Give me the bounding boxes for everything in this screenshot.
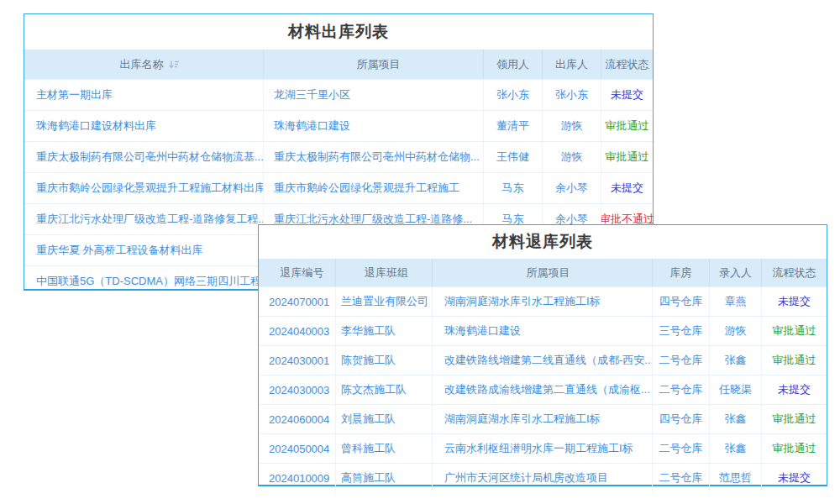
return-table-title: 材料退库列表 (259, 225, 827, 259)
recipient-cell: 王伟健 (484, 142, 543, 172)
team-cell: 高筒施工队 (336, 464, 433, 492)
column-header-recipient: 领用人 (484, 50, 543, 79)
column-header-return-project: 所属项目 (433, 259, 653, 286)
table-row: 主材第一期出库龙湖三千里小区张小东张小东未提交 (24, 79, 653, 110)
table-row: 重庆太极制药有限公司亳州中药材仓储物流基...重庆太极制药有限公司亳州中药材仓储… (24, 141, 653, 172)
column-header-outbound-name[interactable]: 出库名称 (24, 50, 264, 79)
table-row: 2024060004刘晨施工队湖南洞庭湖水库引水工程施工I标四号仓库张鑫审批通过 (259, 404, 827, 433)
team-cell: 曾科施工队 (336, 434, 433, 463)
sort-descending-icon[interactable] (169, 59, 180, 70)
project-cell: 湖南洞庭湖水库引水工程施工I标 (433, 287, 653, 316)
team-cell: 陈贺施工队 (336, 346, 433, 375)
column-header-return-team: 退库班组 (336, 259, 433, 286)
team-cell: 陈文杰施工队 (336, 375, 433, 404)
table-row: 2024010009高筒施工队广州市天河区统计局机房改造项目二号仓库范思哲未提交 (259, 463, 827, 492)
recipient-cell: 董清平 (484, 111, 543, 141)
outbound-name-cell[interactable]: 主材第一期出库 (24, 80, 264, 110)
project-cell: 湖南洞庭湖水库引水工程施工I标 (433, 405, 653, 433)
project-cell: 广州市天河区统计局机房改造项目 (433, 464, 653, 492)
recorder-cell: 范思哲 (710, 464, 762, 492)
recipient-cell: 马东 (484, 173, 543, 203)
status-cell: 未提交 (762, 464, 827, 492)
return-id-cell[interactable]: 2024050004 (259, 434, 336, 463)
status-cell: 未提交 (601, 173, 653, 203)
status-cell: 审批通过 (601, 111, 653, 141)
column-header-status: 流程状态 (601, 50, 653, 79)
outbound-name-cell[interactable]: 重庆市鹅岭公园绿化景观提升工程施工材料出库 (24, 173, 264, 203)
warehouse-cell: 二号仓库 (653, 346, 710, 375)
recorder-cell: 张鑫 (710, 405, 762, 433)
column-header-return-status: 流程状态 (762, 259, 827, 286)
return-table: 材料退库列表 退库编号 退库班组 所属项目 库房 录入人 流程状态 202407… (258, 224, 827, 486)
outbound-table-header-row: 出库名称 所属项目 领用人 出库人 流程状态 (24, 50, 653, 79)
status-cell: 未提交 (762, 375, 827, 404)
warehouse-cell: 四号仓库 (653, 287, 710, 316)
table-row: 2024070001兰迪置业有限公司湖南洞庭湖水库引水工程施工I标四号仓库章燕未… (259, 286, 827, 316)
outbound-name-cell[interactable]: 珠海鹤港口建设材料出库 (24, 111, 264, 141)
recipient-cell: 张小东 (484, 80, 543, 110)
project-cell: 改建铁路线增建第二线直通线（成都-西安... (433, 346, 653, 375)
project-cell: 重庆太极制药有限公司亳州中药材仓储物... (264, 142, 484, 172)
table-row: 珠海鹤港口建设材料出库珠海鹤港口建设董清平游恢审批通过 (24, 110, 653, 141)
return-id-cell[interactable]: 2024030001 (259, 346, 336, 375)
team-cell: 李华施工队 (336, 317, 433, 345)
return-id-cell[interactable]: 2024010009 (259, 464, 336, 492)
team-cell: 刘晨施工队 (336, 405, 433, 433)
return-table-body: 2024070001兰迪置业有限公司湖南洞庭湖水库引水工程施工I标四号仓库章燕未… (259, 286, 827, 492)
outbound-name-cell[interactable]: 重庆太极制药有限公司亳州中药材仓储物流基... (24, 142, 264, 172)
issuer-cell: 张小东 (543, 80, 601, 110)
return-id-cell[interactable]: 2024030003 (259, 375, 336, 404)
outbound-name-cell[interactable]: 重庆华夏 外高桥工程设备材料出库 (24, 235, 264, 265)
warehouse-cell: 四号仓库 (653, 405, 710, 433)
outbound-name-cell[interactable]: 重庆江北污水处理厂级改造工程-道路修复工程... (24, 204, 264, 234)
outbound-table-title: 材料出库列表 (24, 14, 653, 50)
table-row: 2024030001陈贺施工队改建铁路线增建第二线直通线（成都-西安...二号仓… (259, 345, 827, 375)
issuer-cell: 余小琴 (543, 173, 601, 203)
table-row: 2024040003李华施工队珠海鹤港口建设三号仓库游恢审批通过 (259, 316, 827, 345)
recorder-cell: 张鑫 (710, 434, 762, 463)
project-cell: 珠海鹤港口建设 (264, 111, 484, 141)
warehouse-cell: 三号仓库 (653, 317, 710, 345)
issuer-cell: 游恢 (543, 142, 601, 172)
project-cell: 重庆市鹅岭公园绿化景观提升工程施工 (264, 173, 484, 203)
return-id-cell[interactable]: 2024060004 (259, 405, 336, 433)
project-cell: 龙湖三千里小区 (264, 80, 484, 110)
column-header-project: 所属项目 (264, 50, 484, 79)
column-header-warehouse: 库房 (653, 259, 710, 286)
return-table-header-row: 退库编号 退库班组 所属项目 库房 录入人 流程状态 (259, 259, 827, 286)
column-header-recorder: 录入人 (710, 259, 762, 286)
team-cell: 兰迪置业有限公司 (336, 287, 433, 316)
status-cell: 审批通过 (762, 317, 827, 345)
warehouse-cell: 二号仓库 (653, 375, 710, 404)
status-cell: 未提交 (762, 287, 827, 316)
column-header-issuer: 出库人 (543, 50, 601, 79)
status-cell: 审批通过 (762, 346, 827, 375)
issuer-cell: 游恢 (543, 111, 601, 141)
status-cell: 未提交 (601, 80, 653, 110)
project-cell: 云南水利枢纽潜明水库一期工程施工I标 (433, 434, 653, 463)
table-row: 2024030003陈文杰施工队改建铁路成渝线增建第二直通线（成渝枢...二号仓… (259, 375, 827, 404)
page-canvas: 材料出库列表 出库名称 所属项目 领用人 (0, 0, 840, 504)
column-header-return-id: 退库编号 (259, 259, 336, 286)
table-row: 重庆市鹅岭公园绿化景观提升工程施工材料出库重庆市鹅岭公园绿化景观提升工程施工马东… (24, 172, 653, 203)
project-cell: 珠海鹤港口建设 (433, 317, 653, 345)
outbound-name-cell[interactable]: 中国联通5G（TD-SCDMA）网络三期四川工程... (24, 266, 264, 297)
status-cell: 审批通过 (762, 434, 827, 463)
return-id-cell[interactable]: 2024070001 (259, 287, 336, 316)
project-cell: 改建铁路成渝线增建第二直通线（成渝枢... (433, 375, 653, 404)
status-cell: 审批通过 (762, 405, 827, 433)
recorder-cell: 游恢 (710, 317, 762, 345)
status-cell: 审批通过 (601, 142, 653, 172)
warehouse-cell: 二号仓库 (653, 464, 710, 492)
return-id-cell[interactable]: 2024040003 (259, 317, 336, 345)
recorder-cell: 张鑫 (710, 346, 762, 375)
warehouse-cell: 二号仓库 (653, 434, 710, 463)
table-row: 2024050004曾科施工队云南水利枢纽潜明水库一期工程施工I标二号仓库张鑫审… (259, 433, 827, 463)
recorder-cell: 章燕 (710, 287, 762, 316)
recorder-cell: 任晓渠 (710, 375, 762, 404)
